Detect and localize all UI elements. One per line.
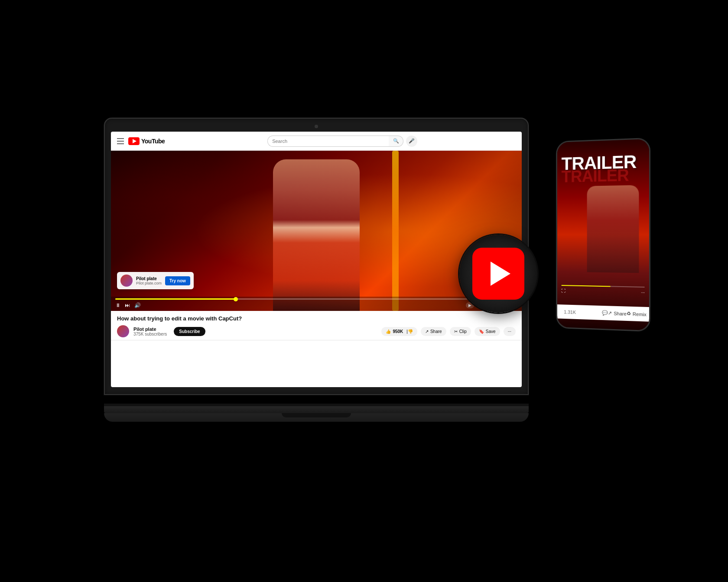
youtube-play-inner (472, 248, 524, 300)
video-info: How about trying to edit a movie with Ca… (111, 311, 522, 340)
phone-figure (587, 185, 639, 273)
controls-row: ⏸ ⏭ 🔊 ▶ CC ⚙ ⊟ (115, 302, 517, 308)
laptop-notch (282, 413, 351, 417)
share-button[interactable]: ↗ Share (421, 327, 446, 336)
phone-device: TRAILER TRAILER ⛶ ··· 1.31K 💬 (556, 138, 650, 332)
youtube-play-triangle (491, 262, 510, 286)
next-button[interactable]: ⏭ (125, 302, 130, 308)
youtube-header: YouTube 🔍 🎤 (111, 132, 522, 151)
phone-share-btn[interactable]: ↗ Share (608, 310, 626, 316)
save-icon: 🔖 (479, 329, 484, 334)
phone-share-icon: ↗ (608, 310, 612, 316)
save-button[interactable]: 🔖 Save (474, 327, 500, 336)
like-icon: 👍 (386, 329, 391, 334)
youtube-play-circle[interactable] (459, 235, 537, 313)
video-controls: ⏸ ⏭ 🔊 ▶ CC ⚙ ⊟ (111, 297, 522, 311)
video-figure (273, 159, 360, 311)
volume-button[interactable]: 🔊 (134, 302, 141, 308)
video-title: How about trying to edit a movie with Ca… (117, 315, 516, 322)
phone-more-icon: ··· (641, 290, 645, 295)
phone-progress: ⛶ ··· (562, 285, 645, 295)
phone-progress-fill (562, 285, 611, 287)
phone-progress-bar[interactable] (562, 285, 645, 288)
ad-avatar (120, 275, 133, 287)
channel-info: Pilot plate 375K subscribers (133, 327, 167, 336)
phone-remix-btn[interactable]: ♻ Remix (627, 311, 647, 317)
clip-icon: ✂ (454, 329, 458, 334)
ad-text: Pilot plate Pilot plate.com (136, 276, 162, 285)
remix-icon: ♻ (627, 311, 631, 317)
more-icon: ··· (508, 329, 511, 334)
phone-expand-icon: ⛶ (562, 288, 566, 293)
video-player[interactable]: Pilot plate Pilot plate.com Try now S (111, 151, 522, 311)
phone-trailer-area: TRAILER TRAILER (562, 152, 645, 185)
video-meta-row: Pilot plate 375K subscribers Subscribe 👍… (117, 325, 516, 337)
like-count: 950K (393, 329, 403, 334)
search-icon: 🔍 (393, 138, 399, 144)
ad-overlay: Pilot plate Pilot plate.com Try now (117, 272, 194, 289)
phone-comment-btn[interactable]: 💬 (602, 310, 608, 316)
ad-url: Pilot plate.com (136, 281, 162, 285)
phone-count: 1.31K (560, 309, 576, 314)
search-input[interactable] (267, 136, 389, 147)
channel-subscribers: 375K subscribers (133, 332, 167, 336)
main-scene: YouTube 🔍 🎤 (104, 96, 624, 486)
laptop-base (104, 404, 529, 413)
subscribe-button[interactable]: Subscribe (174, 327, 205, 336)
like-button[interactable]: 👍 950K |👎 (381, 327, 417, 336)
mic-icon: 🎤 (409, 138, 415, 144)
ad-name: Pilot plate (136, 276, 162, 281)
share-icon: ↗ (425, 329, 429, 334)
more-button[interactable]: ··· (504, 327, 516, 336)
dislike-icon: |👎 (406, 329, 413, 334)
laptop-bottom (104, 413, 529, 422)
youtube-logo[interactable]: YouTube (128, 137, 165, 145)
channel-name: Pilot plate (133, 327, 167, 332)
progress-bar[interactable] (115, 298, 517, 300)
pause-button[interactable]: ⏸ (115, 302, 120, 308)
video-light (392, 151, 399, 311)
channel-avatar (117, 325, 129, 337)
progress-dot (234, 297, 238, 301)
clip-button[interactable]: ✂ Clip (450, 327, 471, 336)
search-bar: 🔍 🎤 (169, 136, 516, 147)
laptop-camera (315, 125, 318, 128)
ad-try-button[interactable]: Try now (165, 276, 190, 285)
search-button[interactable]: 🔍 (389, 136, 403, 147)
youtube-logo-text: YouTube (141, 138, 165, 145)
phone-content: TRAILER TRAILER ⛶ ··· 1.31K 💬 (557, 139, 649, 330)
youtube-logo-icon (128, 137, 140, 145)
laptop-hinge (104, 404, 529, 406)
laptop-screen: YouTube 🔍 🎤 (111, 132, 522, 387)
comment-icon: 💬 (602, 310, 608, 316)
action-buttons: 👍 950K |👎 ↗ Share ✂ Cl (381, 327, 516, 336)
phone-controls-row: ⛶ ··· (562, 288, 645, 295)
progress-fill (115, 298, 236, 300)
mic-button[interactable]: 🎤 (406, 136, 417, 147)
hamburger-menu[interactable] (117, 138, 124, 144)
phone-actions-bar: 1.31K 💬 ↗ Share ♻ Remix (557, 304, 649, 322)
